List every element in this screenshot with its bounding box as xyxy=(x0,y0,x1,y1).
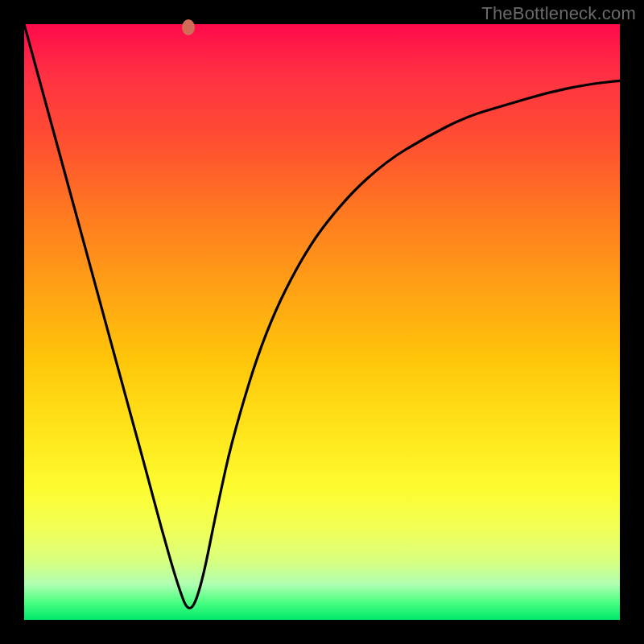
curve-path xyxy=(24,24,620,608)
watermark-text: TheBottleneck.com xyxy=(481,3,636,24)
chart-frame: TheBottleneck.com xyxy=(0,0,644,644)
bottleneck-curve xyxy=(24,24,620,620)
plot-area xyxy=(24,24,620,620)
marker-dot xyxy=(182,19,195,35)
